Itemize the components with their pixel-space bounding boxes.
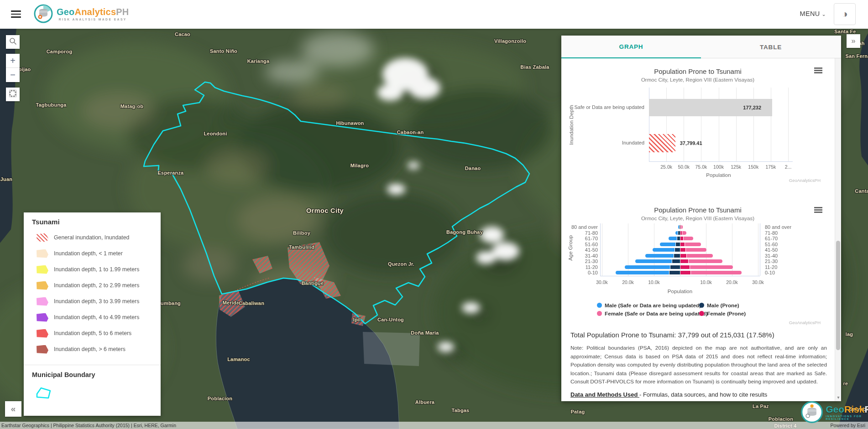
bar-female-safe [686,248,707,252]
bar-female-safe [682,231,686,235]
georiskph-logo-icon [801,400,823,424]
legend-swatch [37,297,48,306]
plot-border-left [600,223,601,276]
bar-female-prone [680,237,683,240]
bar-female-prone [680,271,690,274]
legend-boundary-title: Municipal Boundary [32,371,95,378]
legend-swatch [37,281,48,290]
legend-swatch [37,249,48,258]
legend-item-label: General inundation, Inundated [54,234,129,241]
legend-item: Inundation depth, 1 to 1.99 meters [37,263,155,276]
x-axis-line [600,276,760,276]
hamburger-menu-icon[interactable] [11,10,21,18]
x-tick-label: 150k [748,164,758,170]
bar-female-prone [680,231,682,235]
legend-swatch [37,265,48,274]
attribution-text: Earthstar Geographics | Philippine Stati… [1,423,176,428]
legend-item: Inundation depth, 4 to 4.99 meters [37,310,155,324]
category-label: Safe or Data are being updated [574,104,644,110]
legend-item-label: Inundation depth, 1 to 1.99 meters [54,266,139,273]
legend-item: General inundation, Inundated [37,231,155,244]
bar-inundated [649,134,675,152]
x-axis-title: Population [649,172,788,178]
bar-female-safe [681,225,683,229]
chart-export-menu-icon[interactable] [814,207,822,213]
georisk-tagline: INNOVATIONS FOR RESILIENCE [826,415,868,420]
legend-series-label: Male (Safe or Data are being updated) [605,302,701,309]
basemap-button[interactable] [6,88,20,101]
brightness-icon: ◑ [842,8,847,20]
bar-female-prone [680,248,685,252]
x-tick-label: 2... [785,164,792,170]
legend-title: Tsunami [32,218,60,226]
panel-scrollbar[interactable]: ▾ [835,58,841,401]
legend-series-label: Female (Safe or Data are being updated) [605,310,708,317]
x-tick-label: 50.0k [678,164,690,170]
bar-male-prone [677,237,680,240]
bar-female-safe [685,243,701,246]
zoom-out-button[interactable]: − [6,68,20,82]
legend-item-label: Inundation depth, 4 to 4.99 meters [54,314,139,320]
brand-tagline: RISK ANALYSIS MADE EASY [57,18,129,21]
total-population-line: Total Population Prone to Tsunami: 37,79… [570,331,774,339]
x-axis-line [649,161,793,162]
bar-male-safe [678,225,679,229]
age-label-right: 0-10 [765,270,775,275]
theme-toggle-button[interactable]: ◑ [834,3,856,25]
tab-table[interactable]: TABLE [701,36,841,58]
age-label-right: 11-20 [765,264,777,270]
x-tick-label: 10.0k [700,279,712,285]
bar-male-safe [653,248,675,252]
zoom-in-button[interactable]: + [6,54,20,68]
legend-dot [597,303,602,308]
bar-value-label: 177,232 [743,105,761,110]
bar-male-prone [672,259,680,263]
basemap-grid-icon [9,90,16,99]
data-methods-link[interactable]: Data and Methods Used - Formulas, data s… [570,391,767,398]
legend-item: Inundation depth, 3 to 3.99 meters [37,295,155,308]
chart-subtitle: Ormoc City, Leyte, Region VIII (Eastern … [561,77,834,83]
chevron-down-icon: ⌄ [821,11,826,17]
age-label-right: 71-80 [765,230,778,236]
bar-female-prone [680,225,681,229]
chart-subtitle: Ormoc City, Leyte, Region VIII (Eastern … [561,216,834,221]
menu-dropdown[interactable]: MENU⌄ [800,10,826,17]
chart-title: Population Prone to Tsunami [561,67,834,75]
bar-value-label: 37,799.41 [680,140,702,146]
age-label-left: 80 and over [564,224,598,230]
brand-name: GeoAnalyticsPH [57,7,129,17]
bar-female-prone [680,243,685,246]
chart-population-prone-bar: Population Prone to Tsunami Ormoc City, … [561,58,834,195]
bar-male-prone [675,248,680,252]
age-label-right: 31-40 [765,253,778,258]
chart-export-menu-icon[interactable] [814,67,822,73]
tab-graph[interactable]: GRAPH [561,36,701,58]
search-button[interactable] [6,35,20,49]
expand-panel-button[interactable]: » [847,34,860,48]
bar-female-safe [687,254,713,258]
chart-title: Population Prone to Tsunami [561,206,834,214]
georiskph-logo: GeoRiskPH INNOVATIONS FOR RESILIENCE [801,400,868,424]
y-axis-title: Age Group [568,230,573,266]
category-label: Inundated [574,140,644,145]
scrollbar-thumb[interactable] [836,241,840,350]
bar-female-safe [689,259,722,263]
app-header: GeoAnalyticsPH RISK ANALYSIS MADE EASY M… [0,0,868,29]
x-axis-title: Population [643,289,716,294]
legend-swatch [37,233,48,242]
scroll-down-icon[interactable]: ▾ [835,395,842,400]
search-icon [9,37,17,47]
bar-male-prone [670,265,680,269]
bar-female-prone [680,259,688,263]
geoanalytics-logo-icon [34,4,53,23]
age-label-right: 80 and over [765,224,791,230]
collapse-legend-button[interactable]: « [5,401,21,417]
app-logo[interactable]: GeoAnalyticsPH RISK ANALYSIS MADE EASY [34,4,129,23]
legend-series-label: Male (Prone) [707,302,739,309]
x-tick-label: 125k [731,164,741,170]
legend-item-label: Inundation depth, 5 to 6 meters [54,330,131,336]
legend-item-label: Inundation depth, > 6 meters [54,346,125,352]
bar-male-safe [675,231,678,235]
bar-female-prone [680,265,690,269]
legend-item-label: Inundation depth, < 1 meter [54,250,123,257]
